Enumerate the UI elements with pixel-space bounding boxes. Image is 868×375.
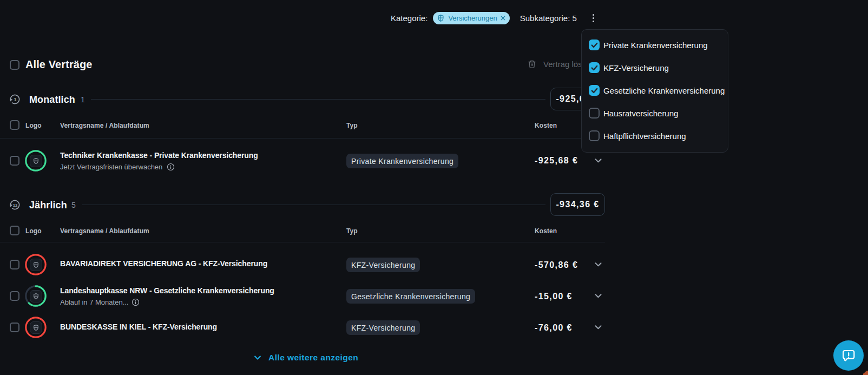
svg-text:1: 1 bbox=[14, 97, 16, 102]
svg-text:12: 12 bbox=[13, 203, 17, 208]
